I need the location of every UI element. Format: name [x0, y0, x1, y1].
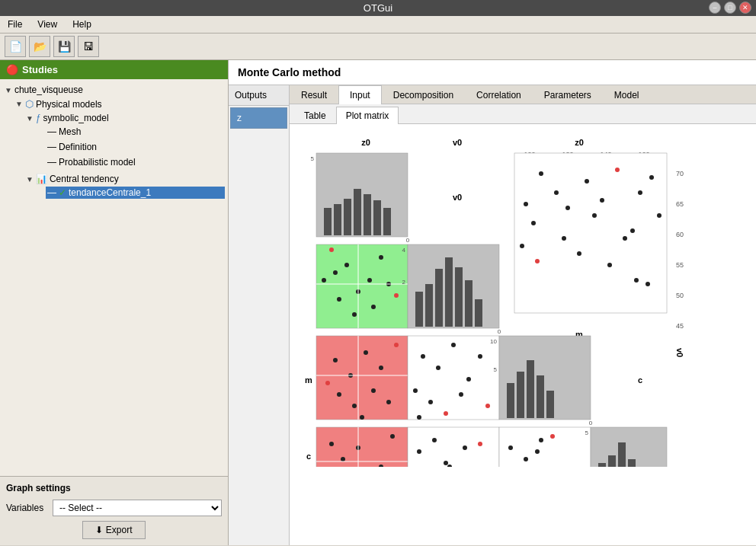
- svg-rect-61: [435, 269, 443, 327]
- symbolic-model-label[interactable]: ▼ ƒ symbolic_model: [24, 112, 225, 124]
- expand-icon: ▼: [5, 86, 12, 94]
- svg-rect-63: [455, 267, 463, 327]
- probabilistic-model-label[interactable]: — Probabilistic model: [46, 156, 225, 168]
- section-header: Monte Carlo method: [229, 60, 756, 85]
- svg-point-89: [428, 400, 433, 404]
- svg-point-79: [394, 343, 399, 347]
- sidebar-header: 🔴 Studies: [0, 60, 228, 79]
- saveas-button[interactable]: 💾: [53, 36, 75, 57]
- svg-rect-13: [334, 204, 341, 235]
- svg-rect-83: [408, 336, 499, 420]
- close-button[interactable]: ✕: [739, 2, 751, 14]
- probabilistic-model-text: Probabilistic model: [59, 157, 136, 168]
- svg-rect-60: [425, 284, 433, 327]
- svg-rect-18: [383, 208, 391, 235]
- svg-rect-17: [373, 200, 381, 235]
- svg-point-22: [539, 171, 543, 176]
- svg-point-87: [466, 377, 471, 382]
- svg-point-127: [478, 442, 482, 446]
- main-tab-row: Result Input Decomposition Correlation P…: [290, 85, 756, 104]
- tree-root-label[interactable]: ▼ chute_visqueuse: [3, 84, 225, 96]
- variables-row: Variables -- Select --: [6, 500, 222, 516]
- tab-correlation[interactable]: Correlation: [465, 85, 533, 104]
- svg-text:5: 5: [311, 155, 315, 162]
- menu-view[interactable]: View: [33, 18, 62, 31]
- svg-rect-146: [628, 459, 636, 467]
- output-item-z[interactable]: z: [230, 107, 287, 129]
- svg-text:45: 45: [676, 322, 684, 330]
- new-button[interactable]: 📄: [5, 36, 26, 57]
- tab-input[interactable]: Input: [338, 85, 382, 104]
- menu-file[interactable]: File: [3, 18, 27, 31]
- svg-text:2: 2: [402, 279, 406, 286]
- variables-select[interactable]: -- Select --: [53, 500, 222, 516]
- studies-icon: 🔴: [6, 64, 18, 75]
- svg-point-132: [524, 457, 528, 461]
- outputs-panel: Outputs z: [229, 85, 290, 545]
- sub-tab-plot-matrix[interactable]: Plot matrix: [336, 107, 399, 124]
- tendance-label[interactable]: — ✓ tendanceCentrale_1: [46, 187, 225, 199]
- dash-icon2: —: [47, 142, 56, 152]
- definition-label[interactable]: — Definition: [46, 141, 225, 153]
- svg-text:55: 55: [676, 261, 684, 269]
- open-button[interactable]: 📂: [29, 36, 50, 57]
- svg-point-138: [550, 434, 555, 439]
- svg-point-80: [360, 415, 364, 420]
- plot-matrix-svg: z0 v0 z0 v0 100 120 140 160 70 65: [297, 132, 686, 467]
- physical-models-label[interactable]: ▼ ⬡ Physical models: [14, 97, 225, 110]
- save-button[interactable]: 🖫: [78, 36, 99, 57]
- tree-physical-models: ▼ ⬡ Physical models ▼ ƒ symbolic_model: [14, 96, 225, 203]
- svg-rect-15: [354, 189, 361, 235]
- physical-models-icon: ⬡: [25, 98, 34, 110]
- svg-point-86: [451, 343, 456, 347]
- titlebar-title: OTGui: [364, 2, 392, 14]
- maximize-button[interactable]: □: [724, 2, 736, 14]
- mesh-label[interactable]: — Mesh: [46, 126, 225, 138]
- svg-rect-99: [537, 375, 544, 418]
- expand-icon4: ▼: [26, 175, 34, 184]
- svg-point-72: [364, 350, 368, 355]
- central-tendency-icon: 📊: [36, 174, 47, 184]
- row-col-v0-label: v0: [453, 193, 462, 202]
- svg-point-53: [394, 293, 399, 298]
- symbolic-model-icon: ƒ: [36, 113, 41, 123]
- svg-point-106: [341, 457, 345, 461]
- tabs-area: Result Input Decomposition Correlation P…: [290, 85, 756, 545]
- tree-root: ▼ chute_visqueuse ▼ ⬡ Physical models ▼: [3, 82, 225, 205]
- sub-tab-table[interactable]: Table: [294, 107, 336, 124]
- svg-point-49: [337, 297, 341, 302]
- svg-rect-145: [618, 442, 626, 467]
- minimize-button[interactable]: –: [709, 2, 721, 14]
- tab-model[interactable]: Model: [603, 85, 651, 104]
- svg-point-131: [508, 445, 513, 450]
- menu-help[interactable]: Help: [68, 18, 96, 31]
- svg-rect-62: [445, 257, 453, 327]
- svg-point-137: [535, 449, 540, 454]
- central-tendency-label[interactable]: ▼ 📊 Central tendency: [24, 173, 225, 185]
- svg-point-105: [329, 442, 334, 446]
- tab-parameters[interactable]: Parameters: [533, 85, 603, 104]
- svg-rect-43: [316, 244, 408, 328]
- svg-point-26: [600, 198, 604, 203]
- dash-icon4: —: [47, 187, 56, 198]
- mesh-text: Mesh: [59, 126, 81, 137]
- svg-point-47: [367, 278, 372, 283]
- svg-text:0: 0: [589, 420, 593, 426]
- variables-label: Variables: [6, 503, 48, 513]
- svg-rect-16: [364, 194, 371, 235]
- export-button[interactable]: ⬇ Export: [82, 521, 145, 539]
- svg-point-84: [421, 354, 425, 359]
- content-area: Monte Carlo method Outputs z Result Inpu…: [229, 60, 756, 545]
- row-label-v0: v0: [675, 348, 684, 357]
- tab-result[interactable]: Result: [290, 85, 338, 104]
- row-label-m: m: [305, 375, 312, 385]
- svg-point-51: [371, 305, 376, 309]
- svg-point-55: [329, 247, 334, 252]
- svg-text:4: 4: [402, 247, 406, 254]
- svg-point-34: [623, 236, 627, 241]
- tab-decomposition[interactable]: Decomposition: [382, 85, 465, 104]
- svg-point-70: [333, 358, 338, 362]
- svg-rect-130: [499, 427, 591, 467]
- svg-point-50: [352, 312, 357, 317]
- svg-point-133: [539, 438, 543, 442]
